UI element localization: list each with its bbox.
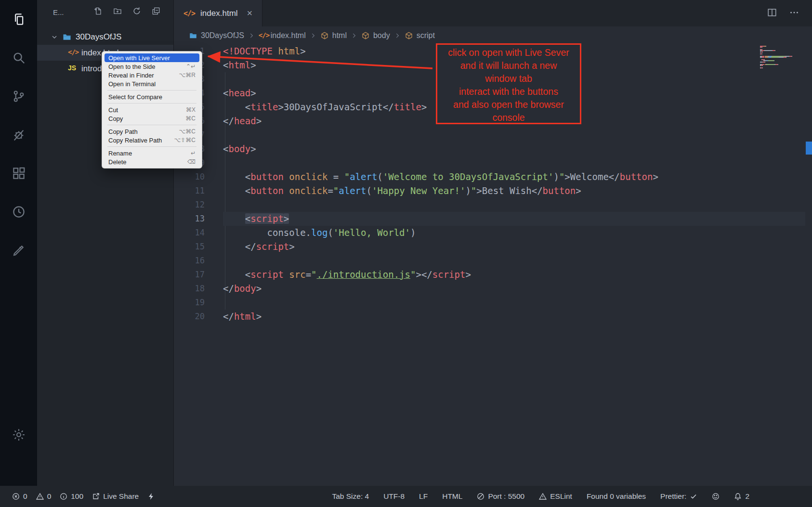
code-line-content xyxy=(223,156,805,170)
close-icon[interactable]: × xyxy=(247,8,253,19)
menu-item-open-to-the-side[interactable]: Open to the Side⌃↵ xyxy=(105,62,199,71)
status-tab-size[interactable]: Tab Size: 4 xyxy=(332,492,369,501)
breadcrumb-index-html[interactable]: </>index.html xyxy=(259,31,306,40)
menu-item-open-with-live-server[interactable]: Open with Live Server xyxy=(105,53,199,62)
status-encoding[interactable]: UTF-8 xyxy=(383,492,405,501)
live-share-icon xyxy=(92,493,100,500)
status-problems-warnings[interactable]: 0 xyxy=(36,492,52,501)
code-line-17[interactable]: 17 <script src="./introduction.js"></scr… xyxy=(174,268,805,282)
overview-ruler-marker xyxy=(806,142,812,155)
activity-item-manage[interactable] xyxy=(0,416,37,454)
code-line-18[interactable]: 18</body> xyxy=(174,282,805,296)
status-prettier[interactable]: Prettier: xyxy=(660,492,697,501)
code-line-19[interactable]: 19 xyxy=(174,296,805,310)
tree-item-30daysofjs[interactable]: 30DaysOfJS xyxy=(37,29,173,45)
menu-separator xyxy=(107,146,196,147)
menu-item-select-for-compare[interactable]: Select for Compare xyxy=(105,92,199,101)
status-eol[interactable]: LF xyxy=(419,492,428,501)
code-line-7[interactable]: 7 xyxy=(174,128,805,142)
tab-index-html[interactable]: </>index.html× xyxy=(174,0,262,26)
activity-item-extensions[interactable] xyxy=(0,154,37,193)
extensions-icon xyxy=(12,166,26,181)
activity-bar-top xyxy=(0,0,37,270)
code-line-20[interactable]: 20</html> xyxy=(174,310,805,324)
status-live-share[interactable]: Live Share xyxy=(92,492,139,501)
menu-item-shortcut: ⌫ xyxy=(187,158,196,165)
html-file-icon: </> xyxy=(183,9,195,18)
code-line-12[interactable]: 12 xyxy=(174,198,805,212)
menu-item-reveal-in-finder[interactable]: Reveal in Finder⌥⌘R xyxy=(105,71,199,79)
status-problems-info[interactable]: 100 xyxy=(60,492,83,501)
line-number: 10 xyxy=(174,170,223,184)
menu-item-copy[interactable]: Copy⌘C xyxy=(105,114,199,123)
breadcrumb-html[interactable]: html xyxy=(320,31,347,40)
activity-item-feedback[interactable] xyxy=(0,231,37,270)
activity-item-source-control[interactable] xyxy=(0,77,37,116)
activity-item-search[interactable] xyxy=(0,39,37,77)
menu-item-open-in-terminal[interactable]: Open in Terminal xyxy=(105,79,199,88)
annotation-line: window tab xyxy=(437,72,580,85)
menu-item-cut[interactable]: Cut⌘X xyxy=(105,105,199,114)
split-editor-button[interactable] xyxy=(767,7,777,20)
status-problems-errors[interactable]: 0 xyxy=(12,492,27,501)
code-line-content xyxy=(223,254,805,268)
status-eslint[interactable]: ESLint xyxy=(539,492,572,501)
status-notifications[interactable]: 2 xyxy=(734,492,749,501)
line-number: 13 xyxy=(174,212,223,226)
tab-bar: </>index.html× xyxy=(174,0,812,26)
breadcrumb-body[interactable]: body xyxy=(361,31,390,40)
pen-icon xyxy=(12,243,26,258)
warning-triangle-icon xyxy=(539,493,547,500)
context-menu: Open with Live ServerOpen to the Side⌃↵R… xyxy=(102,51,202,169)
menu-item-copy-relative-path[interactable]: Copy Relative Path⌥⇧⌘C xyxy=(105,136,199,144)
menu-item-delete[interactable]: Delete⌫ xyxy=(105,157,199,166)
menu-item-rename[interactable]: Rename↵ xyxy=(105,149,199,157)
breadcrumb-30daysofjs[interactable]: 30DaysOfJS xyxy=(189,31,244,40)
status-quick-action[interactable] xyxy=(147,493,155,500)
editor-actions xyxy=(767,0,812,26)
line-number: 20 xyxy=(174,310,223,324)
line-number: 12 xyxy=(174,198,223,212)
code-line-10[interactable]: 10 <button onclick = "alert('Welcome to … xyxy=(174,170,805,184)
code-line-14[interactable]: 14 console.log('Hello, World') xyxy=(174,226,805,240)
minimap[interactable] xyxy=(760,46,804,68)
status-live-server-port[interactable]: Port : 5500 xyxy=(477,492,524,501)
folder-blue-icon xyxy=(189,31,197,40)
code-line-content xyxy=(223,128,805,142)
chevron-right-icon xyxy=(394,32,401,39)
more-actions-button[interactable] xyxy=(789,7,799,20)
status-label: Tab Size: 4 xyxy=(332,492,369,501)
collapse-folders-button[interactable] xyxy=(151,6,161,18)
breadcrumb-label: script xyxy=(417,31,435,40)
breadcrumb-script[interactable]: script xyxy=(405,31,435,40)
new-file-icon xyxy=(93,6,103,16)
code-line-13[interactable]: 13 <script> xyxy=(174,212,805,226)
activity-item-timeline[interactable] xyxy=(0,193,37,231)
activity-item-explorer[interactable] xyxy=(0,0,37,39)
code-line-8[interactable]: 8<body> xyxy=(174,142,805,156)
html-file-icon: </> xyxy=(259,31,267,40)
code-line-16[interactable]: 16 xyxy=(174,254,805,268)
annotation-line: click on open with Live Sever xyxy=(437,46,580,59)
code-line-content xyxy=(223,198,805,212)
menu-item-shortcut: ⌘X xyxy=(186,106,196,113)
new-folder-button[interactable] xyxy=(113,6,122,18)
menu-item-label: Copy xyxy=(108,115,123,122)
status-feedback-smiley[interactable] xyxy=(712,493,720,500)
code-line-15[interactable]: 15 </script> xyxy=(174,240,805,254)
status-language-mode[interactable]: HTML xyxy=(442,492,462,501)
status-found-variables[interactable]: Found 0 variables xyxy=(587,492,646,501)
refresh-icon xyxy=(132,6,142,16)
explorer-actions xyxy=(93,6,161,18)
menu-separator xyxy=(107,125,196,125)
code-line-11[interactable]: 11 <button onclick="alert('Happy New Yea… xyxy=(174,184,805,198)
new-file-button[interactable] xyxy=(93,6,103,18)
code-line-content: <body> xyxy=(223,142,805,156)
gear-icon xyxy=(12,428,26,442)
menu-item-copy-path[interactable]: Copy Path⌥⌘C xyxy=(105,127,199,136)
code-line-9[interactable]: 9 xyxy=(174,156,805,170)
tabs: </>index.html× xyxy=(174,0,262,26)
status-label: 0 xyxy=(23,492,27,501)
activity-item-run-debug[interactable] xyxy=(0,116,37,154)
refresh-explorer-button[interactable] xyxy=(132,6,142,18)
